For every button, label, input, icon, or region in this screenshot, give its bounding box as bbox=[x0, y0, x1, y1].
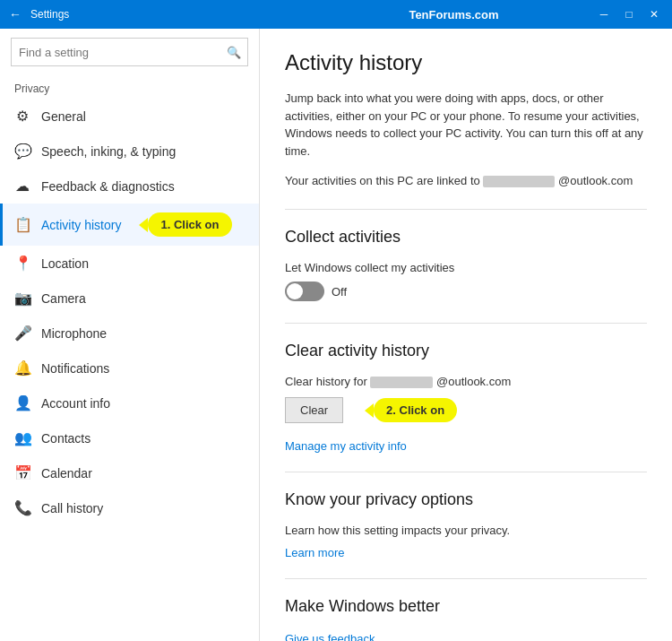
privacy-section-title: Know your privacy options bbox=[285, 490, 647, 509]
sidebar-item-label: Calendar bbox=[41, 466, 92, 481]
toggle-thumb bbox=[287, 283, 303, 299]
close-button[interactable]: ✕ bbox=[645, 8, 663, 21]
sidebar-item-label: Camera bbox=[41, 291, 86, 306]
microphone-icon: 🎤 bbox=[14, 325, 30, 342]
callout-2: 2. Click on bbox=[365, 398, 457, 422]
back-button[interactable]: ← bbox=[9, 7, 22, 22]
minimize-button[interactable]: ─ bbox=[595, 8, 613, 21]
divider-4 bbox=[285, 578, 647, 579]
linked-account-prefix: Your activities on this PC are linked to bbox=[285, 174, 480, 187]
sidebar-item-calendar[interactable]: 📅 Calendar bbox=[0, 455, 259, 490]
sidebar-item-label: Notifications bbox=[41, 361, 109, 376]
clear-for-row: Clear history for @outlook.com bbox=[285, 375, 647, 388]
feedback-icon: ☁ bbox=[14, 178, 30, 195]
sidebar-item-label: Account info bbox=[41, 396, 110, 411]
divider-2 bbox=[285, 323, 647, 324]
clear-for-redacted bbox=[370, 377, 433, 388]
manage-activity-link[interactable]: Manage my activity info bbox=[285, 439, 407, 453]
sidebar-item-label: Speech, inking, & typing bbox=[41, 144, 176, 159]
toggle-state-label: Off bbox=[332, 285, 347, 299]
page-description: Jump back into what you were doing with … bbox=[285, 90, 643, 160]
general-icon: ⚙ bbox=[14, 108, 30, 125]
better-section-title: Make Windows better bbox=[285, 597, 647, 616]
clear-button-row: Clear 2. Click on bbox=[285, 397, 647, 423]
callout-2-bubble: 2. Click on bbox=[374, 398, 457, 422]
sidebar-item-label: Call history bbox=[41, 501, 103, 515]
sidebar-item-label: Feedback & diagnostics bbox=[41, 179, 175, 194]
toggle-label: Let Windows collect my activities bbox=[285, 261, 647, 274]
sidebar-item-account-info[interactable]: 👤 Account info bbox=[0, 385, 259, 420]
page-title: Activity history bbox=[285, 50, 647, 75]
callout-1-bubble: 1. Click on bbox=[148, 212, 231, 237]
activity-history-icon: 📋 bbox=[14, 216, 30, 233]
clear-for-suffix: @outlook.com bbox=[436, 375, 511, 388]
sidebar-item-label: Activity history bbox=[41, 218, 121, 232]
sidebar-item-label: General bbox=[41, 109, 86, 124]
sidebar-item-activity-history[interactable]: 📋 Activity history 1. Click on bbox=[0, 204, 259, 246]
contacts-icon: 👥 bbox=[14, 429, 30, 446]
app-title: Settings bbox=[30, 8, 313, 21]
content-area: Activity history Jump back into what you… bbox=[260, 29, 672, 641]
window-controls: ─ □ ✕ bbox=[595, 8, 663, 21]
sidebar-item-microphone[interactable]: 🎤 Microphone bbox=[0, 316, 259, 351]
linked-account-redacted bbox=[483, 176, 555, 187]
callout-2-arrow bbox=[365, 403, 374, 418]
speech-icon: 💬 bbox=[14, 143, 30, 160]
sidebar-item-camera[interactable]: 📷 Camera bbox=[0, 281, 259, 316]
learn-more-link[interactable]: Learn more bbox=[285, 546, 344, 559]
clear-button[interactable]: Clear bbox=[285, 397, 343, 423]
account-info-icon: 👤 bbox=[14, 394, 30, 411]
callout-1: 1. Click on bbox=[139, 212, 231, 237]
call-history-icon: 📞 bbox=[14, 499, 30, 516]
location-icon: 📍 bbox=[14, 255, 30, 272]
sidebar-section-label: Privacy bbox=[0, 75, 259, 99]
sidebar-item-speech[interactable]: 💬 Speech, inking, & typing bbox=[0, 134, 259, 169]
feedback-link[interactable]: Give us feedback bbox=[285, 632, 375, 641]
maximize-button[interactable]: □ bbox=[620, 8, 638, 21]
toggle-track[interactable] bbox=[285, 282, 324, 301]
callout-1-arrow bbox=[139, 218, 148, 232]
sidebar-item-label: Microphone bbox=[41, 326, 107, 341]
divider-1 bbox=[285, 209, 647, 210]
search-container: 🔍 bbox=[11, 38, 248, 66]
camera-icon: 📷 bbox=[14, 290, 30, 307]
linked-account-row: Your activities on this PC are linked to… bbox=[285, 174, 647, 187]
search-icon: 🔍 bbox=[227, 46, 241, 59]
collect-section-title: Collect activities bbox=[285, 228, 647, 247]
app-body: 🔍 Privacy ⚙ General 💬 Speech, inking, & … bbox=[0, 29, 672, 641]
sidebar-item-notifications[interactable]: 🔔 Notifications bbox=[0, 351, 259, 385]
sidebar-item-location[interactable]: 📍 Location bbox=[0, 246, 259, 281]
sidebar: 🔍 Privacy ⚙ General 💬 Speech, inking, & … bbox=[0, 29, 260, 641]
sidebar-item-contacts[interactable]: 👥 Contacts bbox=[0, 420, 259, 455]
privacy-description: Learn how this setting impacts your priv… bbox=[285, 524, 647, 537]
search-input[interactable] bbox=[11, 38, 248, 66]
sidebar-item-label: Contacts bbox=[41, 431, 90, 446]
sidebar-item-call-history[interactable]: 📞 Call history bbox=[0, 490, 259, 525]
divider-3 bbox=[285, 472, 647, 472]
watermark: TenForums.com bbox=[313, 8, 595, 22]
clear-section-title: Clear activity history bbox=[285, 342, 647, 360]
calendar-icon: 📅 bbox=[14, 464, 30, 481]
sidebar-item-general[interactable]: ⚙ General bbox=[0, 99, 259, 134]
notifications-icon: 🔔 bbox=[14, 359, 30, 377]
linked-account-suffix: @outlook.com bbox=[558, 174, 633, 187]
toggle-switch[interactable]: Off bbox=[285, 282, 347, 301]
sidebar-items: ⚙ General 💬 Speech, inking, & typing ☁ F… bbox=[0, 99, 259, 641]
clear-for-prefix: Clear history for bbox=[285, 375, 367, 388]
sidebar-item-label: Location bbox=[41, 256, 89, 271]
sidebar-item-feedback[interactable]: ☁ Feedback & diagnostics bbox=[0, 169, 259, 204]
title-bar: ← Settings TenForums.com ─ □ ✕ bbox=[0, 0, 672, 29]
